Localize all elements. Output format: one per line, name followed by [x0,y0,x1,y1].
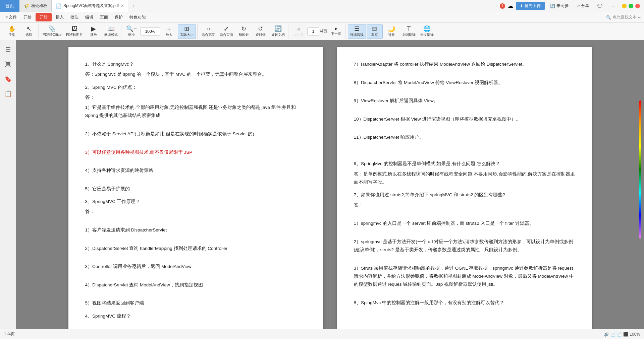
read-mode-btn[interactable]: 📖 阅读模式 [102,24,120,39]
tool-group-convert: 📎 PDF转Office 🖼 PDF转图片 ▶ 播放 📖 阅读模式 [39,24,121,39]
tool-group-view: ☰ 连续阅读 ⊟ 双页 🌙 背景 T 划词翻译 🌐 全文翻译 [346,24,437,39]
pdf-img-btn[interactable]: 🖼 PDF转图片 [64,24,85,39]
menu-start[interactable]: 开始 [21,13,34,21]
bg-icon: 🌙 [388,26,395,32]
actual-size-btn[interactable]: ⊞ 实际大小 [178,24,196,39]
comment-btn[interactable]: 💬 [595,2,605,10]
prev-icon: ◀ [297,26,300,31]
zoom-input[interactable] [140,27,160,36]
counter-btn[interactable]: ↺ 逆时针 [253,24,269,39]
prev-page-btn[interactable]: ◀ 上一页 [290,24,307,39]
q2-point2: 2）不依赖于 Servlet API(目标虽是如此,但是在实现的时候确实是依赖于… [85,130,307,138]
upload-button[interactable]: ⬆ 抢先上传 [516,2,545,10]
sidebar-menu-btn[interactable]: ☰ [1,43,15,56]
status-icon-1[interactable]: 🔊 [604,332,609,337]
tool-group-pointer: ✋ 手型 ↖ 选取 [3,24,39,39]
q2-point5: 5）它应是易于扩展的 [85,185,307,193]
actual-size-icon: ⊞ [184,26,189,32]
word-translate-btn[interactable]: T 划词翻译 [400,24,418,39]
sidebar-bookmark-btn[interactable]: 🔖 [1,72,15,86]
play-btn[interactable]: ▶ 播放 [86,24,102,39]
tool-group-fit: ↔ 适合宽度 ⤢ 适合页面 ↻ 顺时针 ↺ 逆时针 🔄 旋转文档 [198,24,288,39]
fit-width-btn[interactable]: ↔ 适合宽度 [200,24,217,39]
search-more-icon: ··· [638,15,641,20]
clockwise-icon: ↻ [241,26,246,32]
zoom-out-icon: 🔍− [126,26,137,32]
titlebar-controls: 1 ☁ ⬆ 抢先上传 🔄 未同步 ↗ 分享 💬 ··· [500,2,644,10]
zoom-in-icon: ＋ [166,26,172,32]
section-q1: 1、什么是 SpringMvc？ 答：SpringMvc 是 spring 的一… [85,60,307,79]
menu-edit[interactable]: 编辑 [83,13,96,21]
q7-title: 7、如果你也用过 struts2,简单介绍下 springMVC 和 strut… [354,191,575,199]
continuous-read-btn[interactable]: ☰ 连续阅读 [348,24,366,39]
status-page-info: 1 /4页 [4,331,15,337]
double-page-btn[interactable]: ⊟ 双页 [367,24,383,39]
next-icon: ▶ [335,26,337,31]
section-q4: 4、SpringMVC 流程？ [85,312,307,320]
q2-title: 2、Spring MVC 的优点： [85,83,307,91]
menu-page[interactable]: 页面 [97,13,111,21]
comment-icon: 💬 [597,4,602,8]
color-bar [639,100,641,239]
menu-open-btn[interactable]: 开始 [36,13,52,21]
rotate-doc-icon: 🔄 [274,26,282,32]
r-step10: 10）DispatcherServlet 根据 View 进行渲染视图（即将模型… [354,115,575,123]
page-total: /4页 [320,28,327,34]
maximize-btn[interactable] [629,4,633,8]
select-tool-btn[interactable]: ↖ 选取 [21,24,37,39]
q6-answer: 答：是单例模式,所以在多线程访问的时候有线程安全问题,不要用同步,会影响性能的,… [354,170,575,187]
tab-daoke[interactable]: 🌾 稻壳模板 [19,0,52,12]
page-number-input[interactable] [307,27,319,36]
zoom-in-btn[interactable]: ＋ 放大 [161,24,177,39]
q7-answer: 答： [354,201,575,209]
tab-pdf[interactable]: 📄 SpringMVC面试专题及答案.pdf ✕ [52,0,128,12]
hand-tool-btn[interactable]: ✋ 手型 [4,24,20,39]
sidebar-thumb-icon: 🖼 [5,61,11,68]
sync-icon: 🔄 [550,4,555,8]
sidebar-comment-btn[interactable]: 📋 [1,87,15,100]
status-icon-2[interactable]: 📄 [610,332,615,337]
tab-close-btn[interactable]: ✕ [121,4,124,8]
q8-title: 8、SpingMvc 中的控制器的注解一般用那个，有没有别的注解可以替代？ [354,299,575,307]
r-step7: 7）HandlerAdapter 将 controller 执行结果 Model… [354,60,575,68]
bg-btn[interactable]: 🌙 背景 [383,24,399,39]
search-label[interactable]: 点此查找文本 [612,14,637,20]
sync-btn[interactable]: 🔄 未同步 [547,2,571,10]
pdf-page-right: 7）HandlerAdapter 将 controller 执行结果 Model… [337,47,592,329]
share-btn[interactable]: ↗ 分享 [574,2,592,10]
tool-group-zoom: 🔍− 缩小 ＋ 放大 ⊞ 实际大小 [122,24,198,39]
word-translate-icon: T [407,26,411,32]
menu-special[interactable]: 特色功能 [127,13,148,21]
close-btn[interactable] [635,4,640,8]
minimize-btn[interactable] [622,4,627,8]
menu-annotate[interactable]: 批注 [68,13,81,21]
status-icon-3[interactable]: 📄 [617,332,622,337]
q3-title: 3、SpringMVC 工作原理？ [85,198,307,206]
menu-protect[interactable]: 保护 [112,13,125,21]
fit-page-btn[interactable]: ⤢ 适合页面 [218,24,235,39]
menu-file[interactable]: ≡ 文件 [3,13,19,21]
q2-point3: 3）可以任意使用各种视图技术,而不仅仅局限于 JSP [85,148,307,156]
search-icon: 🔍 [606,15,611,20]
section-q3: 3、SpringMVC 工作原理？ 答： 1）客户端发送请求到 Dispatch… [85,198,307,308]
status-icon-4[interactable]: ⬛ [623,332,628,337]
full-translate-btn[interactable]: 🌐 全文翻译 [418,24,436,39]
tab-home[interactable]: 首页 [0,0,19,12]
q3-answer: 答： [85,208,307,216]
sidebar-thumb-btn[interactable]: 🖼 [1,58,15,71]
pdf-office-icon: 📎 [48,26,56,32]
q1-answer: 答：SpringMvc 是 spring 的一个模块，基于 MVC 的一个框架，… [85,70,307,78]
next-page-btn[interactable]: ▶ 下一页 [328,24,344,39]
pdf-office-btn[interactable]: 📎 PDF转Office [41,24,63,39]
play-icon: ▶ [91,26,96,32]
more-btn[interactable]: ··· [608,2,616,10]
clockwise-btn[interactable]: ↻ 顺时针 [236,24,252,39]
share-icon: ↗ [577,4,580,8]
tab-add-btn[interactable]: + [128,3,139,9]
section-q6: 6、SpringMvc 的控制器是不是单例模式,如果是,有什么问题,怎么解决？ … [354,160,575,186]
rotate-doc-btn[interactable]: 🔄 旋转文档 [269,24,287,39]
zoom-out-btn[interactable]: 🔍− 缩小 [123,24,140,39]
q1-title: 1、什么是 SpringMvc？ [85,60,307,68]
menu-insert[interactable]: 插入 [53,13,66,21]
hand-icon: ✋ [8,26,16,32]
